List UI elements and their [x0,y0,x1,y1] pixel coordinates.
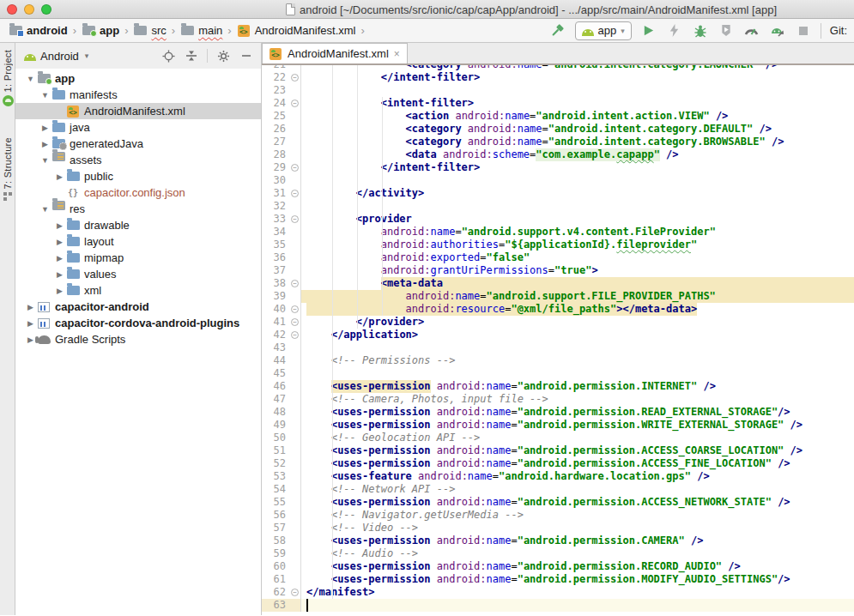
run-with-coverage-button[interactable] [718,22,735,39]
code-line-46[interactable]: 46 <uses-permission android:name="androi… [262,380,854,393]
code-line-42[interactable]: 42− </application> [262,329,854,341]
fold-marker-icon[interactable]: − [291,164,299,172]
code-line-54[interactable]: 54 <!-- Network API --> [262,483,854,496]
code-line-35[interactable]: 35 android:authorities="${applicationId}… [262,239,854,251]
tree-toggle-icon[interactable]: ▶ [53,221,66,230]
tool-window-tab-project[interactable]: 1: Project [0,50,15,106]
code-line-51[interactable]: 51 <uses-permission android:name="androi… [262,444,854,457]
breadcrumb-item-android[interactable]: android [9,24,68,38]
fold-marker-icon[interactable]: − [291,100,299,107]
locate-file-button[interactable] [159,47,178,64]
code-line-22[interactable]: 22− </intent-filter> [262,71,854,84]
code-line-52[interactable]: 52 <uses-permission android:name="androi… [262,457,854,470]
code-line-26[interactable]: 26 <category android:name="android.inten… [262,123,854,136]
tool-window-tab-structure[interactable]: 7: Structure [0,137,15,201]
breadcrumb-item-main[interactable]: main [180,24,222,38]
tree-toggle-icon[interactable]: ▼ [39,205,51,214]
tree-toggle-icon[interactable]: ▶ [39,124,51,132]
fold-marker-icon[interactable]: − [291,589,299,596]
tree-item-assets[interactable]: ▼assets [15,152,261,168]
minimize-window-button[interactable] [24,4,34,15]
code-line-28[interactable]: 28 <data android:scheme="com.example.cap… [262,148,854,161]
code-line-48[interactable]: 48 <uses-permission android:name="androi… [262,406,854,419]
tree-item-values[interactable]: ▶values [15,266,261,282]
code-line-47[interactable]: 47 <!-- Camera, Photos, input file --> [262,393,854,406]
code-line-31[interactable]: 31− </activity> [262,187,854,200]
tree-toggle-icon[interactable]: ▼ [24,75,37,83]
tree-item-gradle-scripts[interactable]: ▶Gradle Scripts [15,331,261,347]
tree-item-drawable[interactable]: ▶drawable [15,217,261,233]
breadcrumb-item-app[interactable]: app [82,24,119,38]
tree-item-layout[interactable]: ▶layout [15,233,261,250]
code-line-27[interactable]: 27 <category android:name="android.inten… [262,136,854,148]
close-window-button[interactable] [7,4,17,15]
code-line-55[interactable]: 55 <uses-permission android:name="androi… [262,496,854,509]
tree-item-capacitor-cordova-android-plugins[interactable]: ▶capacitor-cordova-android-plugins [15,315,261,331]
tree-item-public[interactable]: ▶public [15,168,261,184]
tree-item-capacitor-android[interactable]: ▶capacitor-android [15,299,261,315]
tree-toggle-icon[interactable]: ▼ [39,91,51,100]
code-line-37[interactable]: 37 android:grantUriPermissions="true"> [262,264,854,277]
run-configuration-combo[interactable]: app ▾ [575,21,632,40]
code-line-29[interactable]: 29− </intent-filter> [262,161,854,174]
code-line-56[interactable]: 56 <!-- Navigator.getUserMedia --> [262,509,854,522]
code-line-21[interactable]: 21 <category android:name="android.inten… [262,65,854,71]
fold-marker-icon[interactable]: − [291,215,299,223]
code-line-36[interactable]: 36 android:exported="false" [262,251,854,264]
code-line-63[interactable]: 63 [262,599,854,612]
fold-marker-icon[interactable]: − [291,190,299,197]
code-line-38[interactable]: 38− <meta-data [262,277,854,290]
run-button[interactable] [640,22,657,39]
code-line-59[interactable]: 59 <!-- Audio --> [262,547,854,560]
fold-marker-icon[interactable]: − [291,74,299,82]
code-line-33[interactable]: 33− <provider [262,213,854,226]
code-line-57[interactable]: 57 <!-- Video --> [262,522,854,534]
tree-item-res[interactable]: ▼res [15,201,261,217]
close-tab-icon[interactable]: × [394,48,400,60]
fold-marker-icon[interactable]: − [291,280,299,287]
stop-button[interactable] [795,22,812,39]
code-line-45[interactable]: 45 [262,367,854,380]
hide-panel-button[interactable] [237,47,256,64]
code-editor[interactable]: 21 <category android:name="android.inten… [262,65,854,615]
code-line-32[interactable]: 32 [262,200,854,213]
code-line-23[interactable]: 23 [262,84,854,97]
code-line-50[interactable]: 50 <!-- Geolocation API --> [262,432,854,444]
tree-toggle-icon[interactable]: ▶ [53,238,66,246]
code-line-61[interactable]: 61 <uses-permission android:name="androi… [262,573,854,586]
tree-item-mipmap[interactable]: ▶mipmap [15,250,261,266]
code-line-41[interactable]: 41− </provider> [262,316,854,329]
tree-toggle-icon[interactable]: ▼ [39,156,51,165]
tree-toggle-icon[interactable]: ▶ [53,287,66,295]
maximize-window-button[interactable] [41,4,51,15]
code-line-53[interactable]: 53 <uses-feature android:name="android.h… [262,470,854,483]
code-line-24[interactable]: 24− <intent-filter> [262,97,854,110]
tree-item-androidmanifest-xml[interactable]: <>AndroidManifest.xml [15,103,261,119]
attach-profiler-button[interactable] [769,22,786,39]
tree-toggle-icon[interactable]: ▶ [24,303,37,311]
panel-settings-button[interactable] [214,47,233,64]
tree-toggle-icon[interactable]: ▶ [53,254,66,263]
tree-item-app[interactable]: ▼app [15,70,261,87]
fold-marker-icon[interactable]: − [291,331,299,339]
editor-tab-androidmanifest[interactable]: <> AndroidManifest.xml × [262,43,408,63]
apply-changes-button[interactable] [666,22,683,39]
build-hammer-button[interactable] [549,22,566,39]
fold-marker-icon[interactable]: − [291,318,299,326]
code-line-30[interactable]: 30 [262,174,854,187]
tree-toggle-icon[interactable]: ▶ [53,270,66,279]
project-view-selector[interactable]: Android ▾ [24,50,88,63]
breadcrumb-item-src[interactable]: src [133,24,166,38]
code-line-49[interactable]: 49 <uses-permission android:name="androi… [262,419,854,432]
fold-marker-icon[interactable]: − [291,305,299,313]
tree-toggle-icon[interactable]: ▶ [24,319,37,328]
collapse-all-button[interactable] [182,47,201,64]
code-line-25[interactable]: 25 <action android:name="android.intent.… [262,110,854,123]
code-line-40[interactable]: 40− android:resource="@xml/file_paths"><… [262,303,854,316]
profiler-button[interactable] [743,22,760,39]
breadcrumb-item-androidmanifest-xml[interactable]: <>AndroidManifest.xml [237,24,356,38]
tree-item-xml[interactable]: ▶xml [15,282,261,299]
tree-toggle-icon[interactable]: ▶ [39,140,51,148]
code-line-43[interactable]: 43 [262,341,854,354]
code-line-34[interactable]: 34 android:name="android.support.v4.cont… [262,226,854,239]
